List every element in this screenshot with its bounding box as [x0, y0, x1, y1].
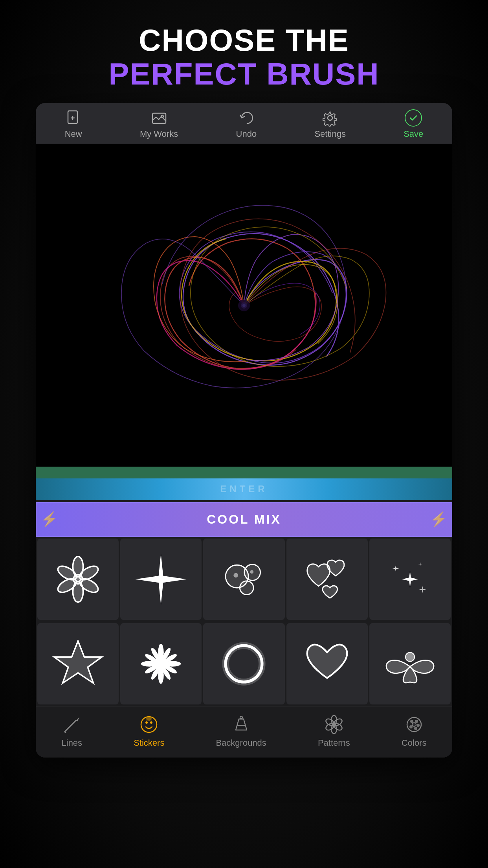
undo-icon [238, 109, 255, 127]
nav-patterns-label: Patterns [318, 738, 350, 748]
gear-icon [321, 109, 339, 127]
brush-grid-row1 [36, 537, 452, 622]
svg-marker-26 [419, 586, 426, 593]
brush-grid-row2 [36, 622, 452, 706]
toolbar-undo-label: Undo [236, 129, 257, 139]
nav-colors[interactable]: Colors [402, 714, 427, 748]
svg-point-4 [161, 115, 163, 118]
toolbar-new-button[interactable]: New [65, 109, 82, 139]
new-doc-icon [65, 109, 82, 127]
svg-point-59 [415, 720, 418, 723]
svg-point-56 [332, 722, 336, 727]
svg-point-5 [328, 116, 332, 120]
canvas-area[interactable] [36, 144, 452, 467]
svg-marker-18 [150, 562, 172, 596]
header-line2: PERFECT BRUSH [108, 57, 379, 91]
brush-star[interactable] [37, 623, 119, 704]
svg-point-44 [405, 652, 415, 661]
nav-backgrounds-label: Backgrounds [216, 738, 266, 748]
svg-marker-25 [392, 565, 399, 572]
cool-mix-banner[interactable]: COOL MIX [36, 502, 452, 537]
svg-point-21 [240, 581, 254, 595]
toolbar-undo-button[interactable]: Undo [236, 109, 257, 139]
brush-splat[interactable] [120, 623, 202, 704]
sticker-icon [139, 714, 159, 735]
nav-patterns[interactable]: Patterns [318, 714, 350, 748]
brush-icon [62, 714, 82, 735]
svg-marker-27 [418, 562, 423, 566]
nav-colors-label: Colors [402, 738, 427, 748]
svg-point-9 [242, 304, 246, 307]
brush-flower[interactable] [37, 539, 119, 620]
brush-circle[interactable] [203, 623, 284, 704]
header-section: CHOOSE THE PERFECT BRUSH [108, 0, 379, 91]
svg-marker-24 [402, 570, 418, 588]
svg-point-60 [416, 724, 420, 727]
svg-point-16 [73, 575, 83, 584]
brush-heart[interactable] [286, 623, 368, 704]
svg-line-45 [65, 721, 76, 732]
nav-stickers[interactable]: Stickers [134, 714, 164, 748]
app-container: New My Works Undo [36, 103, 452, 758]
nav-backgrounds[interactable]: Backgrounds [216, 714, 266, 748]
toolbar: New My Works Undo [36, 103, 452, 144]
toolbar-new-label: New [65, 129, 82, 139]
brush-selector: ENTER COOL MIX [36, 467, 452, 758]
banner-dim-text: ENTER [220, 484, 268, 495]
toolbar-myworks-button[interactable]: My Works [140, 109, 178, 139]
toolbar-settings-label: Settings [314, 129, 346, 139]
svg-point-58 [410, 720, 413, 723]
gallery-icon [150, 109, 168, 127]
save-check-icon [405, 109, 422, 127]
svg-point-63 [412, 723, 416, 726]
nav-lines[interactable]: Lines [62, 714, 83, 748]
header-line1: CHOOSE THE [108, 24, 379, 57]
artwork-svg [36, 144, 452, 467]
svg-marker-28 [54, 641, 102, 683]
bucket-icon [231, 714, 251, 735]
svg-point-23 [250, 570, 254, 574]
svg-point-48 [150, 721, 152, 724]
svg-point-47 [145, 721, 148, 724]
bottom-nav: Lines Stickers [36, 706, 452, 758]
banner-strip: ENTER [36, 467, 452, 502]
brush-sparkle4[interactable] [120, 539, 202, 620]
palette-icon [404, 714, 424, 735]
brush-bubbles[interactable] [203, 539, 284, 620]
nav-stickers-label: Stickers [134, 738, 164, 748]
flower-icon [324, 714, 344, 735]
svg-point-43 [226, 645, 262, 682]
toolbar-settings-button[interactable]: Settings [314, 109, 346, 139]
svg-point-49 [240, 716, 242, 719]
toolbar-save-button[interactable]: Save [404, 109, 423, 139]
brush-hearts[interactable] [286, 539, 368, 620]
nav-lines-label: Lines [62, 738, 83, 748]
svg-point-61 [414, 727, 417, 730]
banner-blue[interactable]: ENTER [36, 478, 452, 500]
toolbar-myworks-label: My Works [140, 129, 178, 139]
svg-point-22 [234, 573, 238, 577]
svg-point-62 [409, 725, 413, 728]
toolbar-save-label: Save [404, 129, 423, 139]
brush-sparkle-small[interactable] [369, 539, 451, 620]
cool-mix-label: COOL MIX [207, 512, 281, 526]
brush-wings[interactable] [369, 623, 451, 704]
